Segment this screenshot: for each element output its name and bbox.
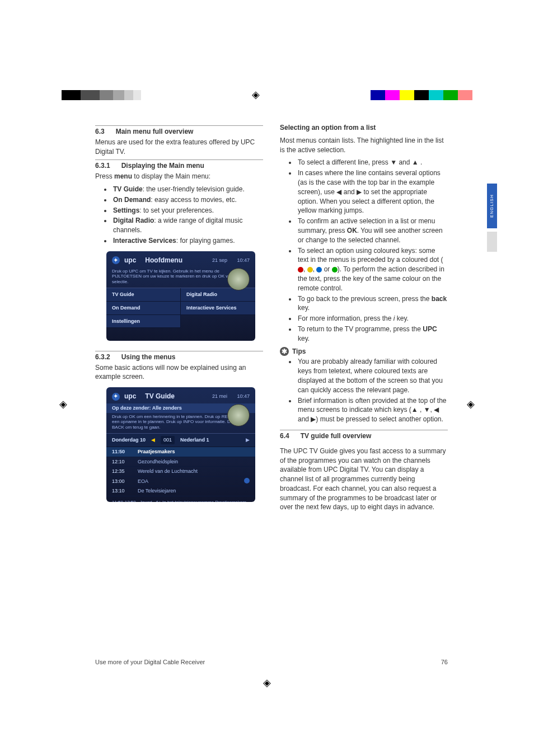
dial-graphic-icon (227, 404, 250, 426)
hoofdmenu-screenshot: ✦ upc Hoofdmenu 21 sep 10:47 Druk op UPC… (106, 251, 255, 341)
registration-target-icon: ◈ (467, 397, 475, 411)
tips-heading: Tips (292, 347, 306, 356)
body-text: The UPC TV Guide gives you fast access t… (280, 447, 448, 513)
programme-row: 12:35Wereld van de Luchtmacht (106, 467, 255, 477)
section-subhead: Selecting an option from a list (280, 123, 448, 133)
footer-text: Use more of your Digital Cable Receiver (95, 658, 205, 666)
list-item: To go back to the previous screen, press… (297, 294, 448, 313)
section-number: 6.3 (95, 127, 105, 137)
yellow-dot-icon (307, 267, 313, 273)
list-item: Digital Radio: a wide range of digital m… (112, 216, 263, 235)
blue-dot-icon (316, 267, 322, 273)
list-item: TV Guide: the user-friendly television g… (112, 185, 263, 194)
menu-tile: On Demand (106, 302, 181, 315)
programme-row: 12:10Gezondheidsplein (106, 457, 255, 467)
day-channel-bar: Donderdag 10 ◀ 001 Nederland 1 ▶ (106, 433, 255, 447)
list-item: To return to the TV programme, press the… (297, 325, 448, 344)
registration-marks-top: ◈ (0, 84, 534, 106)
color-strip (371, 90, 472, 100)
section-title: TV guide full overview (301, 431, 372, 441)
list-item: Brief information is often provided at t… (297, 396, 448, 424)
body-text: Most menus contain lists. The highlighte… (280, 136, 448, 155)
dial-graphic-icon (227, 268, 250, 290)
subsection-number: 6.3.2 (95, 353, 110, 362)
list-item: To select a different line, press ▼ and … (297, 158, 448, 167)
list-item: On Demand: easy access to movies, etc. (112, 195, 263, 205)
menu-tile: Instellingen (106, 315, 181, 328)
brand-label: upc (124, 256, 136, 265)
registration-target-icon: ◈ (263, 676, 271, 690)
menu-tile: Interactieve Services (181, 302, 255, 315)
registration-target-icon: ◈ (252, 88, 260, 102)
screen-title: TV Guide (145, 392, 175, 401)
upc-logo-icon: ✦ (112, 393, 120, 401)
screen-title: Hoofdmenu (145, 256, 182, 265)
upc-logo-icon: ✦ (112, 256, 120, 264)
body-text: Menus are used for the extra features of… (95, 138, 263, 157)
programme-row: 13:00EOA (106, 477, 255, 487)
tvguide-screenshot: ✦ upc TV Guide 21 mei 10:47 Op deze zend… (106, 387, 255, 502)
subsection-title: Using the menus (121, 353, 176, 362)
registration-target-icon: ◈ (59, 397, 67, 411)
list-item: For more information, press the i key. (297, 314, 448, 323)
list-item: Interactive Services: for playing games. (112, 236, 263, 246)
page-footer: Use more of your Digital Cable Receiver … (95, 658, 448, 666)
red-dot-icon (298, 267, 303, 273)
date-label: 21 sep (212, 257, 227, 264)
programme-description: 11:50-12:50 - Jeugd - 6+ In het televisi… (106, 496, 255, 502)
subsection-number: 6.3.1 (95, 161, 110, 171)
body-text: Press menu to display the Main menu: (95, 172, 263, 181)
list-item: To select an option using coloured keys:… (297, 246, 448, 293)
programme-row: 11:50Praatjesmakers (106, 447, 255, 457)
subsection-title: Displaying the Main menu (121, 161, 204, 171)
language-tab-shadow (487, 232, 497, 252)
body-text: Some basic actions will now be explained… (95, 363, 263, 382)
list-item: Settings: to set your preferences. (112, 206, 263, 215)
section-title: Main menu full overview (116, 127, 194, 137)
brand-label: upc (124, 392, 136, 401)
menu-tile: TV Guide (106, 288, 181, 302)
section-number: 6.4 (280, 431, 289, 441)
menu-tile: Digital Radio (181, 288, 255, 302)
clock-label: 10:47 (237, 257, 250, 264)
page-number: 76 (441, 658, 448, 666)
list-item: You are probably already familiar with c… (297, 357, 448, 395)
language-tab: ENGLISH (487, 184, 497, 228)
green-dot-icon (332, 267, 338, 273)
list-item: In cases where the line contains several… (297, 168, 448, 215)
clock-label: 10:47 (237, 393, 250, 400)
registration-marks-bottom: ◈ (0, 672, 534, 694)
list-item: To confirm an active selection in a list… (297, 217, 448, 245)
date-label: 21 mei (212, 393, 227, 400)
tips-icon: ✱ (280, 347, 289, 356)
greyscale-strip (62, 90, 141, 100)
programme-row: 13:10De Televisiejaren (106, 486, 255, 496)
